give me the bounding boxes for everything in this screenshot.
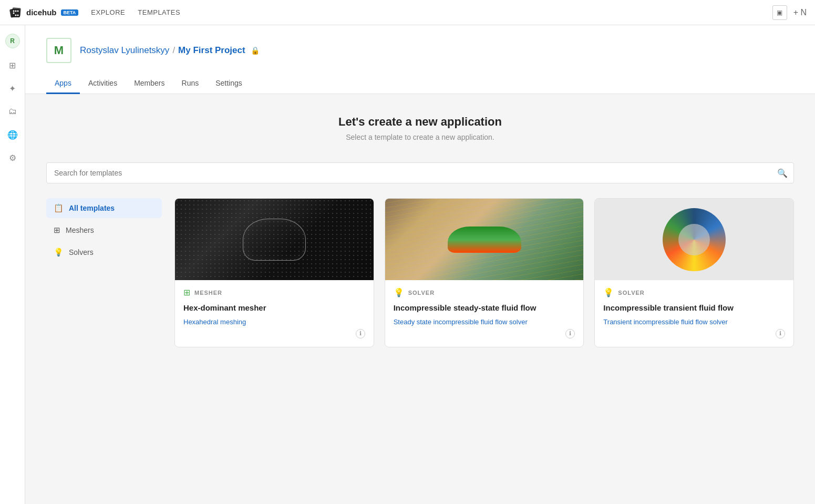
templates-link[interactable]: TEMPLATES: [138, 8, 180, 16]
card-body-steady-state: 💡 SOLVER Incompressible steady-state flu…: [385, 280, 584, 347]
card-image-transient: [595, 199, 793, 280]
solver-type-label-2: SOLVER: [618, 290, 644, 296]
project-title-row: M Rostyslav Lyulinetskyy / My First Proj…: [46, 38, 794, 63]
template-card-hex-mesher[interactable]: ⊞ MESHER Hex-dominant mesher Hexahedral …: [174, 198, 374, 347]
category-all-templates[interactable]: 📋 All templates: [46, 198, 162, 218]
category-sidebar: 📋 All templates ⊞ Meshers 💡 Solvers: [46, 198, 162, 347]
transient-title: Incompressible transient fluid flow: [603, 303, 785, 313]
transient-visual: [595, 199, 793, 280]
content-area: Let's create a new application Select a …: [25, 94, 815, 368]
template-cards: ⊞ MESHER Hex-dominant mesher Hexahedral …: [174, 198, 794, 347]
screen-icon: ▣: [777, 9, 782, 16]
main-content: M Rostyslav Lyulinetskyy / My First Proj…: [25, 25, 815, 504]
breadcrumb: Rostyslav Lyulinetskyy / My First Projec…: [80, 45, 260, 56]
steady-state-info-icon[interactable]: ℹ: [565, 329, 575, 338]
vortex-inner: [678, 224, 710, 255]
project-tabs: Apps Activities Members Runs Settings: [46, 74, 794, 94]
nav-screen-button[interactable]: ▣: [772, 5, 787, 20]
solvers-icon: 💡: [54, 248, 64, 257]
card-type-row-3: 💡 SOLVER: [603, 287, 785, 297]
transient-desc: Transient incompressible fluid flow solv…: [603, 317, 785, 327]
nav-links: EXPLORE TEMPLATES: [91, 8, 180, 16]
breadcrumb-owner[interactable]: Rostyslav Lyulinetskyy: [80, 45, 169, 56]
template-card-steady-state[interactable]: 💡 SOLVER Incompressible steady-state flu…: [385, 198, 584, 347]
hex-mesher-visual: [175, 199, 374, 280]
svg-point-5: [17, 10, 19, 12]
card-footer-hex: ℹ: [183, 327, 365, 338]
solvers-label: Solvers: [69, 248, 94, 256]
transient-info-icon[interactable]: ℹ: [776, 329, 785, 338]
files-icon: 🗂: [8, 107, 17, 116]
search-container: 🔍: [46, 162, 794, 183]
steady-state-title: Incompressible steady-state fluid flow: [394, 303, 575, 313]
svg-point-6: [13, 12, 15, 14]
meshers-label: Meshers: [66, 226, 94, 234]
tab-settings[interactable]: Settings: [207, 74, 251, 94]
card-image-hex-mesher: [175, 199, 374, 280]
card-image-steady-state: [385, 199, 584, 280]
breadcrumb-separator: /: [172, 45, 175, 56]
svg-point-8: [17, 14, 19, 16]
all-templates-label: All templates: [69, 204, 115, 212]
svg-point-3: [13, 10, 15, 12]
svg-point-7: [15, 14, 17, 16]
sidebar-item-dashboard[interactable]: ⊞: [6, 59, 19, 71]
vortex-shape: [663, 208, 726, 271]
sidebar-item-globe[interactable]: 🌐: [6, 128, 19, 141]
templates-layout: 📋 All templates ⊞ Meshers 💡 Solvers: [46, 198, 794, 347]
search-input[interactable]: [46, 162, 794, 183]
solver-type-icon-2: 💡: [603, 287, 614, 297]
mesh-car-shape: [243, 219, 306, 261]
card-type-row: ⊞ MESHER: [183, 287, 365, 297]
nav-plus-button[interactable]: + N: [793, 8, 807, 17]
mesher-type-label: MESHER: [194, 290, 222, 296]
project-avatar-letter: M: [54, 44, 64, 57]
category-meshers[interactable]: ⊞ Meshers: [46, 220, 162, 240]
sidebar-item-nodes[interactable]: ✦: [6, 82, 19, 95]
project-header: M Rostyslav Lyulinetskyy / My First Proj…: [25, 25, 815, 94]
sidebar-item-settings[interactable]: ⚙: [6, 151, 19, 164]
card-footer-transient: ℹ: [603, 327, 785, 338]
card-body-transient: 💡 SOLVER Incompressible transient fluid …: [595, 280, 793, 347]
steady-state-desc: Steady state incompressible fluid flow s…: [394, 317, 575, 327]
solver-type-icon-1: 💡: [394, 287, 404, 297]
dashboard-icon: ⊞: [9, 60, 16, 70]
beta-badge: BETA: [61, 9, 79, 16]
category-solvers[interactable]: 💡 Solvers: [46, 242, 162, 262]
explore-link[interactable]: EXPLORE: [91, 8, 125, 16]
dicehub-logo-icon: [8, 5, 23, 20]
tab-activities[interactable]: Activities: [80, 74, 126, 94]
top-nav: dicehub BETA EXPLORE TEMPLATES ▣ + N: [0, 0, 815, 25]
all-templates-icon: 📋: [54, 203, 64, 213]
logo-area: dicehub BETA: [8, 5, 78, 20]
globe-icon: 🌐: [7, 130, 18, 140]
user-initial: R: [10, 37, 15, 45]
create-app-section: Let's create a new application Select a …: [46, 115, 794, 141]
logo-text: dicehub: [26, 8, 57, 17]
hex-mesher-info-icon[interactable]: ℹ: [356, 329, 365, 338]
lock-icon: 🔒: [251, 46, 260, 55]
user-avatar-sidebar[interactable]: R: [5, 34, 20, 48]
search-icon[interactable]: 🔍: [777, 168, 788, 178]
breadcrumb-project[interactable]: My First Project: [178, 45, 245, 56]
card-type-row-2: 💡 SOLVER: [394, 287, 575, 297]
sidebar-item-files[interactable]: 🗂: [6, 105, 19, 118]
settings-icon: ⚙: [9, 153, 16, 163]
card-footer-steady: ℹ: [394, 327, 575, 338]
cfd-car-body: [448, 227, 521, 253]
svg-point-4: [15, 10, 17, 12]
top-nav-right: ▣ + N: [772, 5, 807, 20]
template-card-transient[interactable]: 💡 SOLVER Incompressible transient fluid …: [594, 198, 794, 347]
tab-runs[interactable]: Runs: [173, 74, 208, 94]
create-app-title: Let's create a new application: [46, 115, 794, 129]
tab-members[interactable]: Members: [126, 74, 173, 94]
nodes-icon: ✦: [9, 84, 16, 94]
mesher-type-icon: ⊞: [183, 287, 190, 297]
create-app-subtitle: Select a template to create a new applic…: [46, 133, 794, 141]
meshers-icon: ⊞: [54, 225, 60, 235]
hex-mesher-title: Hex-dominant mesher: [183, 303, 365, 313]
solver-type-label-1: SOLVER: [408, 290, 435, 296]
project-avatar: M: [46, 38, 71, 63]
cfd-car-visual: [385, 199, 584, 280]
tab-apps[interactable]: Apps: [46, 74, 80, 94]
